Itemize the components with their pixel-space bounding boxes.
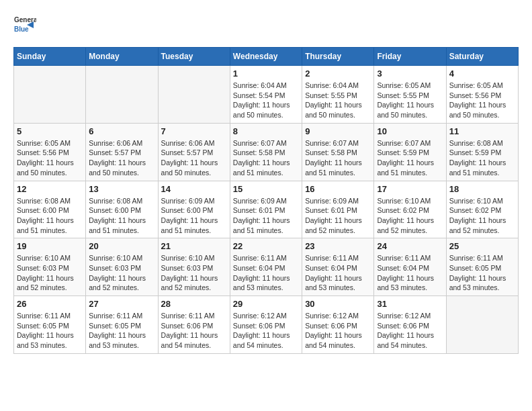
calendar-cell: 5Sunrise: 6:05 AM Sunset: 5:56 PM Daylig… [14,123,86,181]
calendar-cell: 9Sunrise: 6:07 AM Sunset: 5:58 PM Daylig… [302,123,374,181]
calendar-cell: 13Sunrise: 6:08 AM Sunset: 6:00 PM Dayli… [86,181,158,238]
calendar-cell: 23Sunrise: 6:11 AM Sunset: 6:04 PM Dayli… [302,238,374,296]
day-number: 29 [233,299,299,309]
day-info: Sunrise: 6:09 AM Sunset: 6:00 PM Dayligh… [161,196,227,236]
calendar-cell: 6Sunrise: 6:06 AM Sunset: 5:57 PM Daylig… [86,123,158,181]
day-info: Sunrise: 6:09 AM Sunset: 6:01 PM Dayligh… [305,196,371,236]
day-info: Sunrise: 6:10 AM Sunset: 6:02 PM Dayligh… [377,196,443,236]
calendar-cell: 7Sunrise: 6:06 AM Sunset: 5:57 PM Daylig… [158,123,230,181]
calendar-cell: 27Sunrise: 6:11 AM Sunset: 6:05 PM Dayli… [86,296,158,354]
day-number: 30 [305,299,371,309]
calendar-cell: 29Sunrise: 6:12 AM Sunset: 6:06 PM Dayli… [230,296,302,354]
day-info: Sunrise: 6:11 AM Sunset: 6:05 PM Dayligh… [449,253,515,293]
day-info: Sunrise: 6:06 AM Sunset: 5:57 PM Dayligh… [89,138,154,178]
calendar-table: SundayMondayTuesdayWednesdayThursdayFrid… [13,47,519,354]
calendar-cell: 22Sunrise: 6:11 AM Sunset: 6:04 PM Dayli… [230,238,302,296]
day-info: Sunrise: 6:07 AM Sunset: 5:58 PM Dayligh… [305,138,371,178]
calendar-cell: 12Sunrise: 6:08 AM Sunset: 6:00 PM Dayli… [14,181,86,238]
day-number: 20 [89,241,154,251]
day-number: 31 [377,299,443,309]
day-number: 28 [161,299,227,309]
header-thursday: Thursday [302,48,374,66]
week-row-3: 12Sunrise: 6:08 AM Sunset: 6:00 PM Dayli… [14,181,519,238]
day-number: 23 [305,241,371,251]
header-saturday: Saturday [446,48,518,66]
calendar-cell: 28Sunrise: 6:11 AM Sunset: 6:06 PM Dayli… [158,296,230,354]
calendar-cell: 10Sunrise: 6:07 AM Sunset: 5:59 PM Dayli… [374,123,446,181]
day-number: 11 [449,126,515,136]
calendar-cell: 19Sunrise: 6:10 AM Sunset: 6:03 PM Dayli… [14,238,86,296]
day-info: Sunrise: 6:10 AM Sunset: 6:03 PM Dayligh… [161,253,227,293]
calendar-cell: 21Sunrise: 6:10 AM Sunset: 6:03 PM Dayli… [158,238,230,296]
header-sunday: Sunday [14,48,86,66]
day-number: 10 [377,126,443,136]
day-info: Sunrise: 6:11 AM Sunset: 6:04 PM Dayligh… [305,253,371,293]
header-wednesday: Wednesday [230,48,302,66]
calendar-cell: 1Sunrise: 6:04 AM Sunset: 5:54 PM Daylig… [230,66,302,124]
day-number: 16 [305,184,371,194]
calendar-cell: 17Sunrise: 6:10 AM Sunset: 6:02 PM Dayli… [374,181,446,238]
logo-container: General Blue [13,13,36,36]
logo-graphic: General Blue [13,13,36,36]
day-info: Sunrise: 6:05 AM Sunset: 5:55 PM Dayligh… [377,81,443,120]
day-info: Sunrise: 6:11 AM Sunset: 6:05 PM Dayligh… [89,311,154,351]
week-row-4: 19Sunrise: 6:10 AM Sunset: 6:03 PM Dayli… [14,238,519,296]
calendar-cell: 8Sunrise: 6:07 AM Sunset: 5:58 PM Daylig… [230,123,302,181]
day-number: 18 [449,184,515,194]
day-number: 24 [377,241,443,251]
calendar-cell: 4Sunrise: 6:05 AM Sunset: 5:56 PM Daylig… [446,66,518,124]
day-number: 19 [17,241,83,251]
svg-text:Blue: Blue [14,26,29,33]
calendar-cell: 31Sunrise: 6:12 AM Sunset: 6:06 PM Dayli… [374,296,446,354]
day-number: 12 [17,184,83,194]
calendar-cell: 18Sunrise: 6:10 AM Sunset: 6:02 PM Dayli… [446,181,518,238]
day-info: Sunrise: 6:06 AM Sunset: 5:57 PM Dayligh… [161,138,227,178]
day-info: Sunrise: 6:12 AM Sunset: 6:06 PM Dayligh… [377,311,443,351]
calendar-cell [14,66,86,124]
day-number: 25 [449,241,515,251]
day-number: 17 [377,184,443,194]
calendar-cell [86,66,158,124]
calendar-cell: 24Sunrise: 6:11 AM Sunset: 6:04 PM Dayli… [374,238,446,296]
calendar-cell: 15Sunrise: 6:09 AM Sunset: 6:01 PM Dayli… [230,181,302,238]
day-info: Sunrise: 6:11 AM Sunset: 6:05 PM Dayligh… [17,311,83,351]
calendar-cell: 30Sunrise: 6:12 AM Sunset: 6:06 PM Dayli… [302,296,374,354]
day-info: Sunrise: 6:07 AM Sunset: 5:58 PM Dayligh… [233,138,299,178]
day-info: Sunrise: 6:11 AM Sunset: 6:04 PM Dayligh… [233,253,299,293]
day-number: 14 [161,184,227,194]
day-number: 4 [449,68,515,79]
day-info: Sunrise: 6:08 AM Sunset: 6:00 PM Dayligh… [89,196,154,236]
day-number: 21 [161,241,227,251]
day-info: Sunrise: 6:07 AM Sunset: 5:59 PM Dayligh… [377,138,443,178]
day-number: 2 [305,68,371,79]
day-number: 26 [17,299,83,309]
calendar-cell [158,66,230,124]
calendar-cell: 2Sunrise: 6:04 AM Sunset: 5:55 PM Daylig… [302,66,374,124]
week-row-5: 26Sunrise: 6:11 AM Sunset: 6:05 PM Dayli… [14,296,519,354]
day-info: Sunrise: 6:09 AM Sunset: 6:01 PM Dayligh… [233,196,299,236]
day-info: Sunrise: 6:11 AM Sunset: 6:04 PM Dayligh… [377,253,443,293]
day-info: Sunrise: 6:10 AM Sunset: 6:03 PM Dayligh… [17,253,83,293]
day-info: Sunrise: 6:10 AM Sunset: 6:03 PM Dayligh… [89,253,154,293]
day-info: Sunrise: 6:05 AM Sunset: 5:56 PM Dayligh… [17,138,83,178]
week-row-2: 5Sunrise: 6:05 AM Sunset: 5:56 PM Daylig… [14,123,519,181]
day-info: Sunrise: 6:10 AM Sunset: 6:02 PM Dayligh… [449,196,515,236]
day-info: Sunrise: 6:05 AM Sunset: 5:56 PM Dayligh… [449,81,515,120]
day-number: 13 [89,184,154,194]
day-info: Sunrise: 6:12 AM Sunset: 6:06 PM Dayligh… [305,311,371,351]
day-number: 6 [89,126,154,136]
calendar-cell: 25Sunrise: 6:11 AM Sunset: 6:05 PM Dayli… [446,238,518,296]
day-info: Sunrise: 6:04 AM Sunset: 5:55 PM Dayligh… [305,81,371,120]
day-info: Sunrise: 6:08 AM Sunset: 6:00 PM Dayligh… [17,196,83,236]
calendar-cell: 3Sunrise: 6:05 AM Sunset: 5:55 PM Daylig… [374,66,446,124]
calendar-cell: 20Sunrise: 6:10 AM Sunset: 6:03 PM Dayli… [86,238,158,296]
day-number: 9 [305,126,371,136]
day-number: 27 [89,299,154,309]
day-info: Sunrise: 6:11 AM Sunset: 6:06 PM Dayligh… [161,311,227,351]
calendar-header-row: SundayMondayTuesdayWednesdayThursdayFrid… [14,48,519,66]
calendar-cell: 14Sunrise: 6:09 AM Sunset: 6:00 PM Dayli… [158,181,230,238]
day-number: 22 [233,241,299,251]
day-number: 8 [233,126,299,136]
calendar-body: 1Sunrise: 6:04 AM Sunset: 5:54 PM Daylig… [14,66,519,354]
day-number: 5 [17,126,83,136]
